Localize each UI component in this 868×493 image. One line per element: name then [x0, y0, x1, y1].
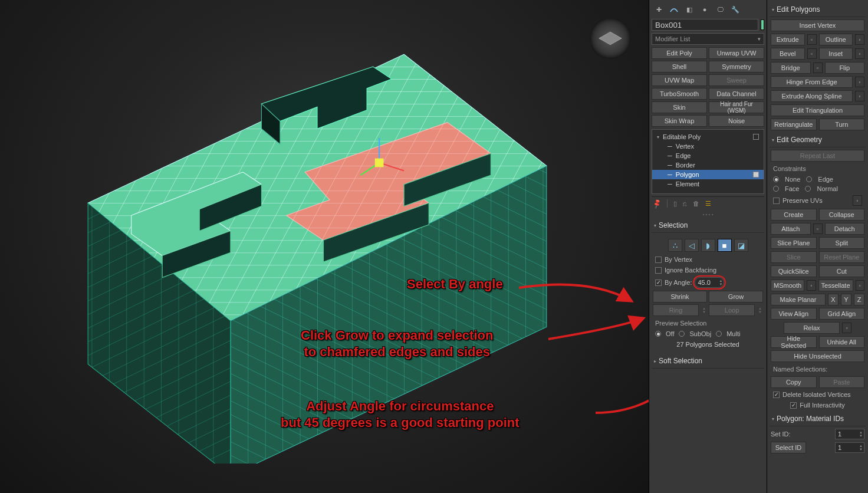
rollout-edit-polygons-header[interactable]: Edit Polygons — [770, 2, 866, 17]
detach-button[interactable]: Detach — [825, 223, 865, 235]
subobj-edge-icon[interactable]: ◁ — [685, 239, 699, 252]
preview-off-radio[interactable] — [655, 331, 661, 337]
ignore-backfacing-checkbox[interactable] — [655, 267, 662, 274]
pin-stack-icon[interactable]: 📌 — [652, 198, 663, 209]
stack-edge[interactable]: ─Edge — [652, 151, 764, 160]
select-id-input[interactable] — [836, 444, 858, 451]
tessellate-button[interactable]: Tessellate — [818, 280, 853, 291]
stack-polygon[interactable]: ─Polygon — [652, 170, 764, 179]
reset-plane-button[interactable]: Reset Plane — [819, 251, 865, 263]
modifier-stack[interactable]: ▾Editable Poly ─Vertex ─Edge ─Border ─Po… — [652, 129, 764, 194]
delete-iso-verts-checkbox[interactable] — [773, 392, 780, 398]
flip-button[interactable]: Flip — [825, 62, 865, 74]
msmooth-button[interactable]: MSmooth — [771, 280, 804, 291]
modify-tab-icon[interactable] — [668, 4, 680, 15]
stack-border[interactable]: ─Border — [652, 160, 764, 170]
make-unique-icon[interactable]: ⎌ — [683, 200, 687, 207]
constraint-normal-radio[interactable] — [805, 186, 811, 192]
quickslice-button[interactable]: QuickSlice — [771, 265, 817, 277]
unhide-all-button[interactable]: Unhide All — [819, 336, 865, 348]
preview-subobj-radio[interactable] — [679, 331, 685, 337]
hide-unselected-button[interactable]: Hide Unselected — [771, 350, 864, 362]
msmooth-settings-icon[interactable]: ▫ — [807, 280, 816, 291]
bevel-button[interactable]: Bevel — [771, 48, 805, 60]
modifier-list-dropdown[interactable]: Modifier List — [652, 33, 764, 45]
repeat-last-button[interactable]: Repeat Last — [771, 150, 864, 162]
select-id-button[interactable]: Select ID — [771, 442, 806, 453]
bridge-settings-icon[interactable]: ▫ — [813, 63, 823, 73]
split-button[interactable]: Split — [819, 237, 865, 249]
mod-btn-skin[interactable]: Skin — [652, 101, 707, 113]
stack-root[interactable]: ▾Editable Poly — [652, 132, 764, 142]
show-end-result-icon[interactable]: ▯ — [673, 200, 677, 208]
rollout-selection-header[interactable]: Selection — [652, 218, 764, 233]
mod-btn-noise[interactable]: Noise — [709, 115, 764, 127]
edit-triangulation-button[interactable]: Edit Triangulation — [771, 104, 864, 116]
make-planar-button[interactable]: Make Planar — [771, 294, 826, 305]
stack-element[interactable]: ─Element — [652, 179, 764, 189]
hinge-button[interactable]: Hinge From Edge — [771, 76, 853, 88]
create-tab-icon[interactable]: ✚ — [653, 4, 665, 15]
preview-multi-radio[interactable] — [716, 331, 722, 337]
constraint-none-radio[interactable] — [773, 176, 779, 182]
object-name-input[interactable] — [652, 19, 758, 31]
mod-btn-uvwmap[interactable]: UVW Map — [652, 74, 707, 86]
attach-button[interactable]: Attach — [771, 223, 811, 235]
motion-tab-icon[interactable]: ● — [699, 4, 711, 15]
outline-button[interactable]: Outline — [819, 34, 853, 45]
bevel-settings-icon[interactable]: ▫ — [807, 48, 817, 59]
hinge-settings-icon[interactable]: ▫ — [855, 77, 864, 87]
mod-btn-editpoly[interactable]: Edit Poly — [652, 47, 707, 59]
stack-vertex[interactable]: ─Vertex — [652, 142, 764, 151]
set-id-input[interactable] — [836, 430, 858, 438]
planar-x-button[interactable]: X — [828, 294, 839, 305]
view-align-button[interactable]: View Align — [771, 308, 817, 320]
tessellate-settings-icon[interactable]: ▫ — [856, 280, 865, 291]
planar-y-button[interactable]: Y — [841, 294, 851, 305]
grid-align-button[interactable]: Grid Align — [819, 308, 865, 320]
display-tab-icon[interactable]: 🖵 — [714, 4, 726, 15]
loop-button[interactable]: Loop — [709, 304, 755, 316]
copy-named-sel-button[interactable]: Copy — [771, 376, 817, 388]
select-id-spinner[interactable]: ▲▼ — [835, 442, 864, 453]
turn-button[interactable]: Turn — [819, 119, 865, 130]
ring-button[interactable]: Ring — [653, 304, 699, 316]
by-angle-checkbox[interactable] — [655, 280, 662, 286]
utilities-tab-icon[interactable]: 🔧 — [729, 4, 741, 15]
cut-button[interactable]: Cut — [819, 265, 865, 277]
extrude-button[interactable]: Extrude — [771, 34, 805, 45]
attach-settings-icon[interactable]: ▫ — [813, 224, 823, 234]
rollout-material-ids-header[interactable]: Polygon: Material IDs — [770, 412, 866, 426]
subobj-vertex-icon[interactable]: ∴ — [668, 239, 682, 252]
mod-btn-shell[interactable]: Shell — [652, 61, 707, 73]
outline-settings-icon[interactable]: ▫ — [855, 34, 864, 45]
angle-spinner[interactable]: ▲▼ — [695, 277, 724, 288]
retriangulate-button[interactable]: Retriangulate — [771, 119, 817, 130]
extrude-spline-settings-icon[interactable]: ▫ — [855, 91, 864, 101]
viewcube[interactable] — [590, 18, 631, 59]
shrink-button[interactable]: Shrink — [653, 291, 707, 303]
mod-btn-datachannel[interactable]: Data Channel — [709, 88, 764, 100]
rollout-edit-geometry-header[interactable]: Edit Geometry — [770, 133, 866, 147]
rollout-soft-selection-header[interactable]: Soft Selection — [652, 354, 764, 369]
slice-plane-button[interactable]: Slice Plane — [771, 237, 817, 249]
mod-btn-unwrap[interactable]: Unwrap UVW — [709, 47, 764, 59]
insert-vertex-button[interactable]: Insert Vertex — [771, 19, 864, 31]
object-color-swatch[interactable] — [761, 19, 764, 30]
mod-btn-skinwrap[interactable]: Skin Wrap — [652, 115, 707, 127]
bridge-button[interactable]: Bridge — [771, 62, 811, 74]
constraint-face-radio[interactable] — [773, 186, 779, 192]
subobj-border-icon[interactable]: ◗ — [701, 239, 715, 252]
inset-button[interactable]: Inset — [819, 48, 853, 60]
mod-btn-symmetry[interactable]: Symmetry — [709, 61, 764, 73]
subobj-polygon-icon[interactable]: ■ — [718, 239, 732, 252]
collapse-button[interactable]: Collapse — [819, 209, 865, 221]
preserve-uvs-settings-icon[interactable]: ▫ — [853, 195, 862, 206]
by-vertex-checkbox[interactable] — [655, 257, 662, 263]
preserve-uvs-checkbox[interactable] — [773, 198, 780, 204]
relax-button[interactable]: Relax — [784, 322, 840, 334]
viewport-3d[interactable]: Select By angle Click Grow to expand sel… — [0, 0, 649, 493]
configure-sets-icon[interactable]: ☰ — [705, 200, 711, 208]
subobj-element-icon[interactable]: ◪ — [734, 239, 748, 252]
hide-selected-button[interactable]: Hide Selected — [771, 336, 817, 348]
